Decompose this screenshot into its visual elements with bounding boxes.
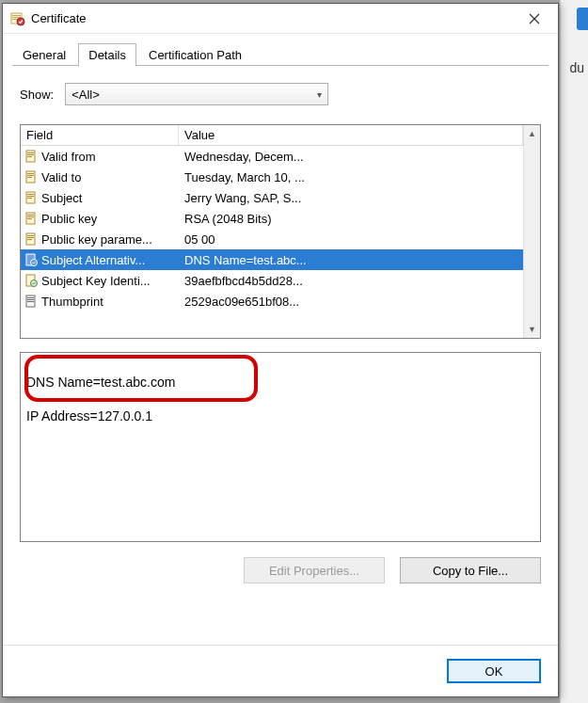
detail-line-2: IP Address=127.0.0.1 xyxy=(26,408,152,423)
row-value: DNS Name=test.abc... xyxy=(179,253,523,267)
svg-rect-10 xyxy=(27,173,34,174)
svg-rect-11 xyxy=(27,175,34,176)
list-row[interactable]: Valid toTuesday, March 10, ... xyxy=(21,167,523,187)
show-label: Show: xyxy=(20,88,54,102)
svg-rect-1 xyxy=(12,15,21,16)
tab-certification-path[interactable]: Certification Path xyxy=(138,43,252,66)
row-value: Tuesday, March 10, ... xyxy=(179,170,523,184)
tab-general[interactable]: General xyxy=(12,43,76,66)
svg-rect-20 xyxy=(27,218,32,219)
background-text: du xyxy=(569,60,584,75)
scroll-down-icon[interactable]: ▼ xyxy=(524,321,541,338)
copy-to-file-button[interactable]: Copy to File... xyxy=(400,557,541,583)
row-field: Subject Alternativ... xyxy=(41,253,145,267)
list-row[interactable]: SubjectJerry Wang, SAP, S... xyxy=(21,187,523,208)
row-field: Valid from xyxy=(41,150,96,164)
row-value: 39aefbfbcd4b5dd28... xyxy=(179,274,523,288)
svg-rect-15 xyxy=(27,196,34,197)
titlebar: Certificate xyxy=(3,4,558,34)
svg-rect-24 xyxy=(27,239,32,240)
field-detail-value[interactable]: DNS Name=test.abc.com IP Address=127.0.0… xyxy=(20,352,541,542)
column-header-field[interactable]: Field xyxy=(21,125,179,145)
row-value: Wednesday, Decem... xyxy=(179,150,523,164)
show-filter-dropdown[interactable]: <All> ▾ xyxy=(65,83,328,105)
svg-rect-12 xyxy=(27,177,32,178)
certificate-icon xyxy=(10,11,25,26)
detail-line-1: DNS Name=test.abc.com xyxy=(26,375,175,390)
svg-rect-16 xyxy=(27,198,32,199)
list-row[interactable]: Public keyRSA (2048 Bits) xyxy=(21,208,523,229)
edit-properties-button: Edit Properties... xyxy=(244,557,385,583)
svg-rect-19 xyxy=(27,216,34,217)
svg-rect-22 xyxy=(27,235,34,236)
tab-details[interactable]: Details xyxy=(78,43,136,67)
doc-icon xyxy=(24,150,38,163)
doc-icon xyxy=(24,212,38,225)
doc-icon xyxy=(24,232,38,246)
list-row[interactable]: Thumbprint2529ac09e651bf08... xyxy=(21,291,523,312)
row-field: Public key parame... xyxy=(41,232,152,247)
list-row[interactable]: Public key parame...05 00 xyxy=(21,229,523,249)
row-field: Public key xyxy=(41,212,97,226)
svg-rect-14 xyxy=(27,194,34,195)
row-field: Valid to xyxy=(41,170,81,184)
doc-icon xyxy=(24,191,38,204)
list-row[interactable]: Valid fromWednesday, Decem... xyxy=(21,146,523,167)
svg-rect-23 xyxy=(27,237,34,238)
ext-icon xyxy=(24,274,38,287)
row-field: Subject xyxy=(41,191,82,205)
ok-button[interactable]: OK xyxy=(447,659,541,683)
ext-icon xyxy=(24,253,38,266)
certificate-dialog: Certificate General Details Certificatio… xyxy=(2,3,559,697)
row-value: RSA (2048 Bits) xyxy=(179,212,523,226)
fields-list[interactable]: Field Value Valid fromWednesday, Decem..… xyxy=(20,124,541,339)
show-filter-value: <All> xyxy=(72,88,100,102)
svg-rect-8 xyxy=(27,156,32,157)
row-value: Jerry Wang, SAP, S... xyxy=(179,191,523,205)
chevron-down-icon: ▾ xyxy=(317,89,322,100)
list-row[interactable]: Subject Alternativ...DNS Name=test.abc..… xyxy=(21,249,523,270)
window-title: Certificate xyxy=(31,11,515,25)
row-value: 2529ac09e651bf08... xyxy=(179,295,523,309)
scroll-up-icon[interactable]: ▲ xyxy=(524,125,541,142)
column-header-value[interactable]: Value xyxy=(179,125,523,145)
prop-icon xyxy=(24,295,38,308)
svg-rect-18 xyxy=(27,215,34,216)
svg-rect-31 xyxy=(27,299,34,300)
tab-strip: General Details Certification Path xyxy=(3,34,558,66)
scrollbar[interactable]: ▲ ▼ xyxy=(523,125,540,338)
svg-rect-6 xyxy=(27,152,34,153)
row-value: 05 00 xyxy=(179,232,523,247)
svg-rect-30 xyxy=(27,297,34,298)
list-row[interactable]: Subject Key Identi...39aefbfbcd4b5dd28..… xyxy=(21,270,523,291)
close-button[interactable] xyxy=(515,6,554,32)
svg-rect-7 xyxy=(27,154,34,155)
svg-rect-32 xyxy=(27,301,34,302)
row-field: Subject Key Identi... xyxy=(41,274,151,288)
doc-icon xyxy=(24,170,38,184)
row-field: Thumbprint xyxy=(41,295,103,309)
